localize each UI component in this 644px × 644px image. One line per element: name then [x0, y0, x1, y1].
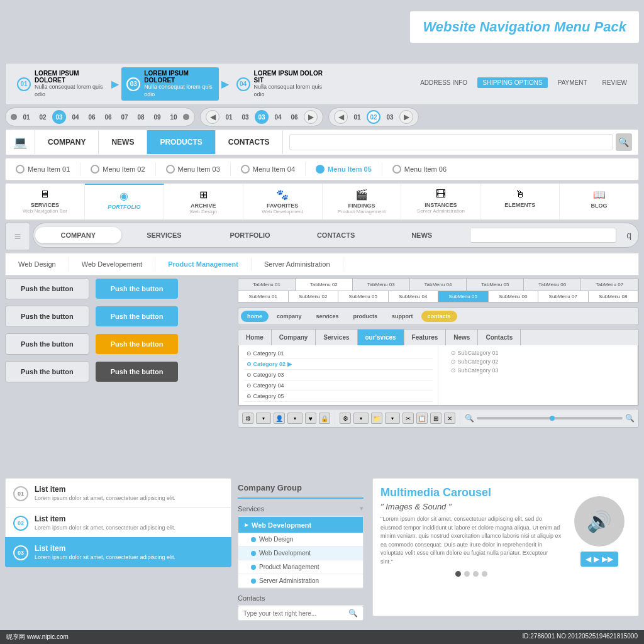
- icon-nav-archive[interactable]: ⊞ ARCHIVE Web Design: [164, 184, 243, 219]
- pag-num-10a[interactable]: 10: [167, 110, 180, 124]
- pag-num-03c[interactable]: 03: [255, 110, 269, 124]
- ctrl-icon-2[interactable]: 👤: [274, 413, 285, 424]
- carousel-dot-1[interactable]: [455, 571, 461, 577]
- pag-num-09a[interactable]: 09: [150, 110, 164, 124]
- cat-01[interactable]: ⊙ Category 01: [244, 348, 433, 359]
- pill-company[interactable]: company: [270, 311, 308, 322]
- nav-contacts[interactable]: CONTACTS: [216, 130, 283, 154]
- dnav-company[interactable]: Company: [272, 330, 316, 345]
- nav-news[interactable]: NEWS: [99, 130, 147, 154]
- subcat-02[interactable]: ⊙ SubCategory 02: [443, 357, 632, 366]
- pill-support[interactable]: support: [386, 311, 419, 322]
- carousel-next-btn[interactable]: ▶▶: [602, 555, 613, 564]
- subcat-03[interactable]: ⊙ SubCategory 03: [443, 366, 632, 375]
- nav-search-input[interactable]: [289, 134, 613, 150]
- checkout-tab-payment[interactable]: PAYMENT: [553, 77, 592, 88]
- btn-blue-2[interactable]: Push the button: [96, 306, 179, 326]
- icon-nav-blog[interactable]: 📖 BLOG: [560, 184, 638, 219]
- subtab-01[interactable]: SubMenu 01: [238, 291, 289, 302]
- sub-productmgmt[interactable]: Product Management: [155, 257, 252, 271]
- pag-num-06c[interactable]: 06: [287, 110, 301, 124]
- second-nav-services[interactable]: SERVICES: [121, 227, 208, 243]
- sub-serveradmin[interactable]: Server Administration: [252, 257, 343, 271]
- ctrl-icon-3[interactable]: ♥: [305, 413, 316, 424]
- pag-next-3[interactable]: ▶: [399, 110, 413, 124]
- ctrl-select-1[interactable]: ▾: [256, 413, 271, 424]
- carousel-prev-btn[interactable]: ◀: [586, 555, 591, 564]
- ctrl-icon-1[interactable]: ⚙: [242, 413, 253, 424]
- ctrl-select-3[interactable]: ▾: [353, 413, 369, 424]
- second-nav-company[interactable]: COMPANY: [35, 227, 121, 243]
- icon-nav-favorites[interactable]: 🐾 FAVORITES Web Development: [243, 184, 323, 219]
- ctrl-icon-10[interactable]: ✕: [444, 413, 455, 424]
- ctrl-icon-7[interactable]: ✂: [402, 413, 414, 424]
- pag-num-06a[interactable]: 06: [85, 110, 99, 124]
- second-nav-portfolio[interactable]: PORTFOLIO: [207, 227, 293, 243]
- nav-company[interactable]: COMPANY: [35, 130, 99, 154]
- ctrl-icon-5[interactable]: ⚙: [340, 413, 351, 424]
- sub-webdesign[interactable]: Web Design: [6, 257, 69, 271]
- nav-products[interactable]: PRODUCTS: [147, 130, 215, 154]
- ctrl-icon-4[interactable]: 🔒: [319, 413, 330, 424]
- second-nav-news[interactable]: NEWS: [379, 227, 465, 243]
- pag-num-02a[interactable]: 02: [36, 110, 50, 124]
- btn-default-2[interactable]: Push the button: [5, 306, 89, 327]
- sidebar-search-icon[interactable]: 🔍: [348, 609, 358, 618]
- sub-webdev[interactable]: Web Developement: [69, 257, 155, 271]
- tab-menu-06[interactable]: TabMenu 06: [524, 279, 581, 291]
- pag-num-03a[interactable]: 03: [52, 110, 66, 124]
- cat-02[interactable]: ⊙ Category 02 ▶: [244, 359, 433, 370]
- carousel-dot-4[interactable]: [482, 571, 487, 577]
- icon-nav-services[interactable]: 🖥 SERVICES Web Navigation Bar: [6, 184, 85, 219]
- sidebar-sub-header[interactable]: ▸ Web Development: [238, 517, 363, 533]
- sidebar-sub-serveradmin[interactable]: Server Administration: [238, 574, 363, 588]
- second-nav-search-btn[interactable]: q: [621, 230, 636, 240]
- pag-next-2[interactable]: ▶: [304, 110, 318, 124]
- cat-04[interactable]: ⊙ Category 04: [244, 380, 433, 391]
- list-item-2[interactable]: 02 List item Lorem ipsum dolor sit amet,…: [5, 508, 231, 537]
- subtab-06[interactable]: SubMenu 06: [489, 291, 539, 302]
- btn-yellow-1[interactable]: Push the button: [96, 334, 179, 354]
- step-item-3[interactable]: 04 LOREM IPSUM DOLOR SIT Nulla consequat…: [231, 67, 328, 101]
- pag-num-02c[interactable]: 02: [367, 110, 380, 124]
- subtab-07[interactable]: SubMenu 07: [538, 291, 589, 302]
- menu-item-2[interactable]: Menu Item 02: [80, 162, 155, 176]
- tab-menu-02[interactable]: TabMenu 02: [296, 279, 353, 291]
- ctrl-icon-6[interactable]: 📁: [371, 413, 382, 424]
- sidebar-link-contacts[interactable]: Contacts: [238, 591, 364, 606]
- pag-num-01a[interactable]: 01: [19, 110, 33, 124]
- tab-menu-07[interactable]: TabMenu 07: [581, 279, 638, 291]
- zoom-slider[interactable]: [477, 417, 623, 419]
- pag-num-03b[interactable]: 03: [238, 110, 252, 124]
- ctrl-select-2[interactable]: ▾: [287, 413, 303, 424]
- btn-default-1[interactable]: Push the button: [5, 278, 89, 299]
- second-nav-contacts[interactable]: CONTACTS: [293, 227, 379, 243]
- checkout-tab-address[interactable]: ADDRESS INFO: [415, 77, 472, 88]
- tab-menu-01[interactable]: TabMenu 01: [238, 279, 296, 291]
- dnav-services[interactable]: Services: [316, 330, 357, 345]
- sidebar-sub-webdesign[interactable]: Web Design: [238, 533, 363, 547]
- pag-num-06b[interactable]: 06: [101, 110, 115, 124]
- menu-item-6[interactable]: Menu Item 06: [382, 162, 457, 176]
- btn-default-4[interactable]: Push the button: [5, 361, 89, 382]
- second-nav-search-input[interactable]: [470, 228, 616, 243]
- pill-services[interactable]: services: [310, 311, 345, 322]
- pag-num-01b[interactable]: 01: [222, 110, 236, 124]
- icon-nav-elements[interactable]: 🖱 ELEMENTS: [480, 184, 560, 219]
- pag-num-03d[interactable]: 03: [383, 110, 397, 124]
- cat-05[interactable]: ⊙ Category 05: [244, 391, 433, 402]
- dnav-news[interactable]: News: [446, 330, 478, 345]
- icon-nav-portfolio[interactable]: ◉ Portfolio: [85, 184, 164, 219]
- tab-menu-05[interactable]: TabMenu 05: [467, 279, 524, 291]
- dnav-oursvices[interactable]: our'svices: [358, 330, 404, 345]
- menu-item-5[interactable]: Menu Item 05: [306, 162, 382, 176]
- subtab-08[interactable]: SubMenu 08: [589, 291, 639, 302]
- list-item-1[interactable]: 01 List item Lorem ipsum dolor sit amet,…: [5, 478, 231, 508]
- dnav-contacts[interactable]: Contacts: [478, 330, 521, 345]
- menu-item-4[interactable]: Menu Item 04: [231, 162, 306, 176]
- pill-home[interactable]: home: [241, 311, 269, 322]
- nav-search-button[interactable]: 🔍: [616, 133, 632, 151]
- btn-blue-1[interactable]: Push the button: [96, 279, 179, 299]
- pag-num-01c[interactable]: 01: [350, 110, 364, 124]
- subtab-05b[interactable]: SubMenu 05: [438, 291, 489, 302]
